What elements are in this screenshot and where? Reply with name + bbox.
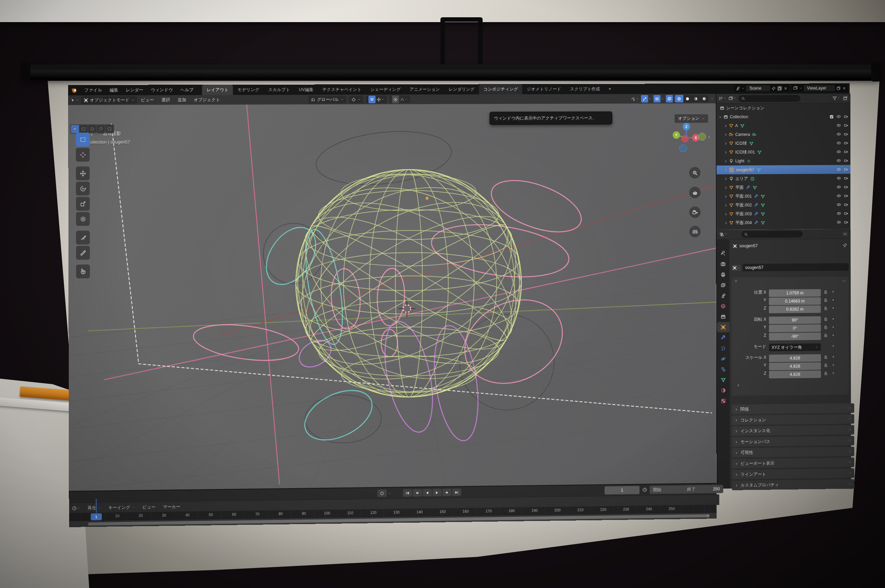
outliner-row-平面[interactable]: 平面 bbox=[717, 182, 850, 192]
shading-wireframe-button[interactable] bbox=[675, 95, 683, 103]
lasso-select-button[interactable] bbox=[97, 125, 105, 133]
blender-logo[interactable] bbox=[71, 87, 78, 94]
expander-icon[interactable] bbox=[724, 133, 728, 136]
outliner-row-sougen57[interactable]: sougen57 bbox=[717, 165, 850, 174]
expander-icon[interactable] bbox=[724, 195, 728, 198]
expander-icon[interactable] bbox=[724, 212, 728, 216]
outliner-row-平面.001[interactable]: 平面.001 bbox=[717, 191, 850, 201]
outliner-row-ICO球.001[interactable]: ICO球.001 bbox=[717, 147, 850, 157]
disable-in-renders-toggle[interactable] bbox=[844, 220, 848, 225]
disable-in-renders-toggle[interactable] bbox=[844, 158, 848, 163]
outliner-display-mode[interactable] bbox=[729, 96, 736, 101]
outliner-row-平面.003[interactable]: 平面.003 bbox=[717, 209, 850, 219]
xray-toggle[interactable] bbox=[666, 95, 673, 103]
viewport-menu-3[interactable]: オブジェクト bbox=[190, 97, 224, 103]
tool-add-cube[interactable] bbox=[76, 265, 90, 279]
hide-in-viewport-toggle[interactable] bbox=[837, 176, 841, 181]
outliner-row-平面.002[interactable]: 平面.002 bbox=[717, 200, 850, 210]
panel-4[interactable]: 可視性 bbox=[732, 447, 854, 458]
object-id-dropdown[interactable] bbox=[732, 265, 741, 270]
falloff-dropdown[interactable] bbox=[400, 97, 408, 102]
animate-dot-button[interactable] bbox=[831, 298, 835, 302]
timeline-menu-1[interactable]: キーイング bbox=[104, 504, 138, 511]
animate-dot-button[interactable] bbox=[831, 355, 835, 358]
transform-panel-header[interactable] bbox=[734, 279, 740, 283]
animate-dot-button[interactable] bbox=[831, 333, 835, 337]
transform-value-field[interactable]: -90° bbox=[769, 332, 821, 340]
tab-workspace-0[interactable]: レイアウト bbox=[202, 85, 233, 95]
delta-transform-toggle[interactable] bbox=[736, 384, 742, 387]
hide-in-viewport-toggle[interactable] bbox=[837, 150, 841, 154]
expander-icon[interactable] bbox=[724, 204, 728, 207]
lock-button[interactable] bbox=[823, 298, 828, 302]
tool-move[interactable] bbox=[76, 166, 90, 180]
menubar-item-3[interactable]: ウィンドウ bbox=[147, 87, 177, 93]
object-name-field[interactable]: sougen57 bbox=[742, 263, 849, 272]
playhead[interactable]: 1 bbox=[91, 513, 102, 520]
transform-value-field[interactable]: 0° bbox=[769, 324, 821, 332]
tab-workspace-8[interactable]: コンポジティング bbox=[479, 84, 523, 94]
menubar-item-2[interactable]: レンダー bbox=[122, 87, 147, 93]
outliner-row-Light[interactable]: Light bbox=[717, 156, 850, 165]
outliner-row-A[interactable]: A bbox=[716, 121, 850, 130]
animate-dot-button[interactable] bbox=[831, 363, 835, 366]
transform-orientation-dropdown[interactable]: グローバル bbox=[308, 96, 346, 103]
tab-workspace-1[interactable]: モデリング bbox=[233, 85, 264, 95]
navigation-gizmo[interactable]: Z X Y bbox=[664, 118, 708, 156]
editor-type-outliner[interactable] bbox=[718, 96, 726, 101]
expander-icon[interactable] bbox=[724, 221, 728, 225]
expander-icon[interactable] bbox=[724, 142, 728, 146]
add-workspace-button[interactable]: + bbox=[604, 84, 615, 94]
box-select-button[interactable] bbox=[80, 125, 87, 133]
animate-dot-button[interactable] bbox=[832, 371, 835, 375]
panel-2[interactable]: インスタンス化 bbox=[732, 425, 854, 436]
expander-icon[interactable] bbox=[724, 124, 728, 128]
outliner-row-Collection[interactable]: Collection bbox=[716, 112, 850, 122]
menubar-item-0[interactable]: ファイル bbox=[81, 87, 106, 93]
viewport-menu-1[interactable]: 選択 bbox=[158, 97, 174, 103]
disable-in-renders-toggle[interactable] bbox=[844, 123, 848, 128]
jump-to-start-button[interactable] bbox=[403, 489, 412, 497]
circle-select-button[interactable] bbox=[88, 125, 96, 133]
orthographic-toggle-button[interactable] bbox=[689, 226, 701, 237]
lock-button[interactable] bbox=[823, 333, 828, 338]
shading-rendered-button[interactable] bbox=[700, 95, 708, 103]
timeline-menu-3[interactable]: マーカー bbox=[159, 504, 184, 510]
tool-rotate[interactable] bbox=[76, 182, 90, 195]
active-tool-dropdown[interactable] bbox=[70, 98, 79, 103]
expander-icon[interactable] bbox=[724, 150, 728, 154]
shading-solid-button[interactable] bbox=[684, 95, 692, 103]
outliner-search-input[interactable] bbox=[738, 95, 800, 102]
lock-button[interactable] bbox=[823, 325, 828, 330]
panel-1[interactable]: コレクション bbox=[732, 414, 854, 425]
overlays-dropdown[interactable] bbox=[654, 95, 664, 103]
viewport-menu-2[interactable]: 追加 bbox=[174, 97, 190, 103]
hide-in-viewport-toggle[interactable] bbox=[837, 202, 841, 207]
zoom-button[interactable] bbox=[689, 167, 700, 178]
disable-in-renders-toggle[interactable] bbox=[844, 141, 848, 146]
pivot-point-dropdown[interactable] bbox=[349, 96, 363, 103]
gizmo-dropdown[interactable] bbox=[641, 95, 651, 103]
auto-key-toggle[interactable] bbox=[377, 489, 387, 497]
tab-workspace-9[interactable]: ジオメトリノード bbox=[522, 84, 566, 94]
hide-in-viewport-toggle[interactable] bbox=[837, 220, 841, 225]
tab-workspace-6[interactable]: アニメーション bbox=[405, 84, 444, 94]
animate-dot-button[interactable] bbox=[831, 290, 835, 294]
tab-workspace-2[interactable]: スカルプト bbox=[264, 85, 294, 95]
tab-workspace-10[interactable]: スクリプト作成 bbox=[566, 84, 604, 94]
panel-0[interactable]: 関係 bbox=[732, 403, 854, 414]
lock-button[interactable] bbox=[823, 317, 828, 321]
properties-tab-viewlayer[interactable] bbox=[717, 280, 729, 290]
animate-dot-button[interactable] bbox=[831, 306, 835, 310]
lock-button[interactable] bbox=[823, 363, 828, 368]
lock-button[interactable] bbox=[823, 306, 828, 310]
properties-tab-physics[interactable] bbox=[717, 354, 730, 364]
properties-tab-output[interactable] bbox=[717, 270, 729, 280]
expander-icon[interactable] bbox=[718, 115, 722, 119]
disable-in-renders-toggle[interactable] bbox=[844, 184, 848, 189]
properties-tab-constraint[interactable] bbox=[717, 364, 730, 375]
frame-end-field[interactable]: 終了250 bbox=[684, 485, 723, 494]
viewlayer-copy-button[interactable] bbox=[836, 86, 841, 90]
expander-icon[interactable] bbox=[724, 159, 728, 163]
properties-tab-modifier[interactable] bbox=[717, 333, 730, 343]
